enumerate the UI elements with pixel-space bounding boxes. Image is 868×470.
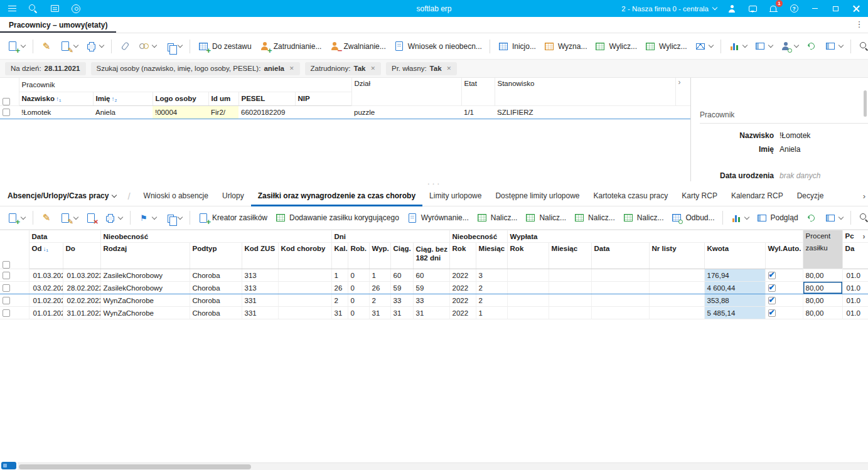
cell-rob[interactable]: 0 (348, 294, 369, 307)
select-all-checkbox[interactable] (3, 261, 10, 269)
column-data-wyplaty[interactable]: Data (591, 243, 649, 269)
column-podtyp[interactable]: Podtyp (190, 243, 242, 269)
cell-kwota[interactable]: 5 485,14 (704, 307, 765, 319)
cell-rok-wyplata[interactable] (507, 294, 549, 307)
search-icon[interactable] (28, 3, 39, 14)
cell-ciag-bez[interactable]: 60 (413, 269, 449, 282)
copy-button[interactable] (161, 208, 185, 227)
podglad-button[interactable]: Podgląd (753, 208, 801, 227)
new-from-template-button[interactable] (56, 37, 81, 56)
cell-kwota[interactable]: 353,88 (704, 294, 765, 307)
cell-podtyp[interactable]: Choroba (190, 282, 242, 294)
cell-rok-nieobecnosc[interactable]: 2022 (449, 294, 476, 307)
column-nip[interactable]: NIP (295, 92, 351, 105)
cell-rodzaj[interactable]: WynZaChorobe (100, 307, 190, 319)
cell-ciag-bez[interactable]: 33 (413, 294, 449, 307)
filter-search-chip[interactable]: Szukaj osoby (nazwisko, imię, logo osoby… (91, 62, 300, 75)
filter-date-chip[interactable]: Na dzień: 28.11.2021 (5, 62, 86, 75)
cell-rodzaj[interactable]: WynZaChorobe (100, 294, 190, 307)
cell-procent[interactable]: 80,00 (803, 307, 842, 319)
cell-nr-listy[interactable] (649, 294, 704, 307)
close-button[interactable] (850, 3, 862, 14)
cell-nr-listy[interactable] (649, 282, 704, 294)
cell-pesel[interactable]: 66020182209 (238, 105, 295, 119)
print-button[interactable] (101, 208, 126, 227)
cell-imie[interactable]: Aniela (93, 105, 153, 119)
wyznaczanie-button[interactable]: Wyzna... (540, 37, 591, 56)
column-cut[interactable]: Da (842, 243, 868, 269)
cell-podtyp[interactable]: Choroba (190, 269, 242, 282)
wyl-auto-checkbox[interactable] (768, 272, 776, 279)
wyl-auto-checkbox[interactable] (768, 309, 776, 317)
wyrownanie-button[interactable]: Wyrównanie... (404, 208, 472, 227)
mail-button[interactable] (692, 37, 716, 56)
cell-od[interactable]: 01.02.2022 (29, 294, 63, 307)
column-wyl-auto[interactable]: Wyl.Auto. (765, 243, 803, 269)
row-checkbox[interactable] (3, 109, 10, 116)
refresh-button[interactable] (803, 208, 820, 227)
column-miesiac-nieobecnosc[interactable]: Miesiąc (476, 243, 507, 269)
cell-nazwisko[interactable]: !Łomotek (19, 105, 93, 119)
inicjowanie-button[interactable]: Inicjo... (495, 37, 539, 56)
remove-filter-icon[interactable] (289, 65, 294, 72)
new-from-template-button[interactable] (56, 208, 81, 227)
column-nazwisko[interactable]: Nazwisko↑₁ (19, 92, 93, 105)
wniosek-o-nieobecnosc-button[interactable]: Wniosek o nieobecn... (390, 37, 485, 56)
cell-wyp[interactable]: 1 (369, 269, 390, 282)
cell-od[interactable]: 01.03.2022 (29, 269, 63, 282)
cell-procent[interactable]: 80,00 (803, 294, 842, 307)
cell-etat[interactable]: 1/1 (461, 105, 495, 119)
cell-ciag-bez[interactable]: 31 (413, 307, 449, 319)
absence-row-2[interactable]: 03.02.2022 28.02.2022 ZasilekChorobowy C… (0, 282, 868, 294)
tab-decyzje[interactable]: Decyzje (790, 186, 831, 206)
new-absence-button[interactable] (4, 208, 28, 227)
cell-miesiac-nieobecnosc[interactable]: 1 (476, 307, 507, 319)
overflow-menu-icon[interactable] (854, 19, 864, 29)
cell-rok-wyplata[interactable] (507, 307, 549, 319)
cell-kod-zus[interactable]: 331 (242, 294, 278, 307)
advanced-search-button[interactable] (855, 37, 868, 56)
cell-kal[interactable]: 2 (331, 294, 348, 307)
cell-miesiac-wyplata[interactable] (549, 269, 591, 282)
window-layout-button[interactable] (822, 208, 846, 227)
column-logo-osoby[interactable]: Logo osoby (153, 92, 208, 105)
cell-procent-focused[interactable]: 80,00 (803, 282, 842, 294)
column-dzial[interactable]: Dział (351, 78, 461, 105)
column-procent-zasilku[interactable]: Procent zasiłku (803, 230, 842, 269)
absence-row-3[interactable]: 01.02.2022 02.02.2022 WynZaChorobe Choro… (0, 294, 868, 307)
column-do[interactable]: Do (63, 243, 100, 269)
horizontal-scrollbar[interactable] (18, 462, 868, 470)
window-layout-button[interactable] (822, 37, 846, 56)
row-checkbox[interactable] (3, 272, 10, 279)
tab-zasilki[interactable]: Zasiłki oraz wynagrodzenie za czas choro… (251, 186, 422, 206)
cell-rob[interactable]: 0 (348, 269, 369, 282)
user-icon[interactable] (726, 3, 737, 14)
menu-icon[interactable] (6, 3, 18, 14)
expand-right-icon[interactable] (675, 78, 690, 105)
tab-wnioski-o-absencje[interactable]: Wnioski o absencje (137, 186, 215, 206)
nalicz-button-2[interactable]: Nalicz... (522, 208, 569, 227)
select-all-checkbox[interactable] (3, 98, 10, 105)
cell-kal[interactable]: 31 (331, 307, 348, 319)
cell-wyp[interactable]: 2 (369, 294, 390, 307)
cell-kod-zus[interactable]: 313 (242, 269, 278, 282)
cell-do[interactable]: 28.02.2022 (63, 282, 100, 294)
absence-row-1[interactable]: 01.03.2022 01.03.2022 ZasilekChorobowy C… (0, 269, 868, 282)
cell-cut[interactable]: 01.0 (842, 282, 868, 294)
column-stanowisko[interactable]: Stanowisko (495, 78, 675, 105)
cell-kal[interactable]: 26 (331, 282, 348, 294)
column-etat[interactable]: Etat (461, 78, 495, 105)
chart-button[interactable] (726, 37, 750, 56)
cell-rok-nieobecnosc[interactable]: 2022 (449, 282, 476, 294)
cell-kwota[interactable]: 176,94 (704, 269, 765, 282)
refresh-button[interactable] (803, 37, 820, 56)
column-imie[interactable]: Imię↑₂ (93, 92, 153, 105)
cell-rob[interactable]: 0 (348, 307, 369, 319)
cell-kod-zus[interactable]: 313 (242, 282, 278, 294)
cell-do[interactable]: 01.03.2022 (63, 269, 100, 282)
cell-do[interactable]: 02.02.2022 (63, 294, 100, 307)
column-rok-nieobecnosc[interactable]: Rok (449, 243, 476, 269)
remove-filter-icon[interactable] (370, 65, 375, 72)
cell-miesiac-wyplata[interactable] (549, 307, 591, 319)
column-od[interactable]: Od↓₁ (29, 243, 63, 269)
